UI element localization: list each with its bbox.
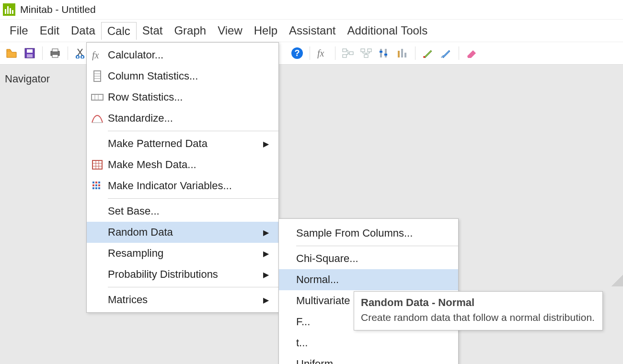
menu-separator: [108, 287, 278, 287]
brush2-icon[interactable]: [439, 46, 453, 60]
scroll-corner-icon: [611, 275, 623, 286]
svg-rect-4: [52, 49, 58, 52]
menuitem-row-statistics[interactable]: Row Statistics...: [87, 87, 278, 108]
submenu-arrow-icon: ▶: [259, 139, 269, 148]
menuitem-column-statistics[interactable]: Column Statistics...: [87, 66, 278, 87]
menuitem-standardize[interactable]: Standardize...: [87, 108, 278, 129]
svg-rect-1: [27, 49, 33, 53]
svg-rect-44: [98, 184, 100, 186]
help-icon[interactable]: ?: [290, 46, 304, 60]
svg-rect-12: [343, 55, 346, 57]
menu-view[interactable]: View: [212, 22, 248, 39]
menu-additional-tools[interactable]: Additional Tools: [341, 22, 433, 39]
menuitem-label: Resampling: [108, 247, 259, 260]
column-stats-icon: [87, 70, 108, 82]
tooltip-title: Random Data - Normal: [361, 296, 595, 309]
svg-rect-15: [368, 49, 371, 52]
navigator-panel: Navigator: [0, 63, 86, 85]
diagram1-icon[interactable]: [341, 46, 355, 60]
submenu-arrow-icon: ▶: [259, 249, 269, 258]
save-icon[interactable]: [23, 46, 36, 60]
submenu-arrow-icon: ▶: [259, 296, 269, 305]
menuitem-label: Column Statistics...: [108, 70, 269, 82]
menuitem-make-mesh-data[interactable]: Make Mesh Data...: [87, 154, 278, 175]
toolbar-separator: [68, 46, 68, 60]
menuitem-label: Standardize...: [108, 112, 269, 125]
svg-rect-39: [92, 182, 94, 183]
toolbar-separator: [459, 46, 459, 60]
window-title: Minitab - Untitled: [20, 4, 96, 15]
mesh-icon: [87, 159, 108, 170]
menuitem-probability-distributions[interactable]: Probability Distributions ▶: [87, 264, 278, 285]
svg-rect-20: [384, 54, 387, 56]
menu-stat[interactable]: Stat: [137, 22, 169, 39]
menu-separator: [108, 198, 278, 199]
menu-separator: [108, 131, 278, 131]
menuitem-label: Uniform...: [296, 358, 449, 364]
fx-icon: fx: [87, 50, 108, 60]
menu-separator: [296, 246, 458, 246]
menuitem-label: Random Data: [108, 226, 259, 239]
svg-point-7: [81, 56, 84, 58]
eraser-icon[interactable]: [465, 46, 478, 60]
menu-graph[interactable]: Graph: [168, 22, 212, 39]
menuitem-calculator[interactable]: fx Calculator...: [87, 45, 278, 66]
standardize-icon: [87, 113, 108, 124]
menuitem-random-data[interactable]: Random Data ▶: [87, 222, 278, 243]
menu-assistant[interactable]: Assistant: [283, 22, 341, 39]
submenuitem-normal[interactable]: Normal...: [279, 269, 458, 290]
diagram2-icon[interactable]: [359, 46, 373, 60]
fx-icon[interactable]: fx: [316, 46, 329, 60]
titlebar: Minitab - Untitled: [0, 0, 623, 19]
tooltip-body: Create random data that follow a normal …: [361, 312, 595, 323]
menu-file[interactable]: File: [4, 22, 34, 39]
menuitem-set-base[interactable]: Set Base...: [87, 201, 278, 222]
menuitem-label: Set Base...: [108, 205, 269, 217]
toolbar-separator: [335, 46, 335, 60]
print-icon[interactable]: [48, 46, 62, 60]
bars-icon[interactable]: [396, 46, 409, 60]
cut-icon[interactable]: [74, 46, 87, 60]
menu-calc[interactable]: Calc: [101, 22, 137, 40]
menu-data[interactable]: Data: [65, 22, 101, 39]
submenuitem-uniform[interactable]: Uniform...: [279, 353, 458, 364]
open-icon[interactable]: [5, 46, 18, 60]
brush1-icon[interactable]: [421, 46, 435, 60]
submenuitem-sample-from-columns[interactable]: Sample From Columns...: [279, 223, 458, 244]
svg-rect-30: [92, 94, 103, 100]
sliders-icon[interactable]: [378, 46, 391, 60]
svg-rect-11: [343, 49, 346, 52]
menuitem-matrices[interactable]: Matrices ▶: [87, 289, 278, 310]
menuitem-label: Chi-Square...: [296, 252, 449, 265]
menuitem-resampling[interactable]: Resampling ▶: [87, 243, 278, 264]
submenu-arrow-icon: ▶: [259, 228, 269, 237]
svg-text:fx: fx: [92, 50, 99, 60]
menuitem-label: Calculator...: [108, 49, 269, 61]
navigator-title: Navigator: [5, 73, 86, 85]
toolbar-separator: [42, 46, 43, 60]
svg-rect-41: [92, 184, 94, 186]
menuitem-label: Make Indicator Variables...: [108, 180, 269, 192]
row-stats-icon: [87, 93, 108, 101]
svg-rect-18: [380, 51, 382, 53]
menuitem-label: Row Statistics...: [108, 91, 269, 103]
menuitem-label: Probability Distributions: [108, 268, 259, 281]
menuitem-make-indicator-variables[interactable]: Make Indicator Variables...: [87, 175, 278, 196]
menu-edit[interactable]: Edit: [34, 22, 65, 39]
submenuitem-chi-square[interactable]: Chi-Square...: [279, 248, 458, 269]
menubar: File Edit Data Calc Stat Graph View Help…: [0, 19, 623, 42]
menuitem-make-patterned-data[interactable]: Make Patterned Data ▶: [87, 133, 278, 154]
svg-rect-34: [92, 160, 102, 169]
menuitem-label: Sample From Columns...: [296, 227, 449, 239]
submenuitem-t[interactable]: t...: [279, 332, 458, 353]
menu-help[interactable]: Help: [248, 22, 283, 39]
tooltip: Random Data - Normal Create random data …: [354, 291, 603, 330]
svg-rect-14: [361, 49, 365, 52]
menuitem-label: Normal...: [296, 273, 449, 286]
svg-rect-13: [349, 52, 353, 55]
svg-rect-43: [98, 182, 100, 183]
svg-rect-19: [385, 49, 387, 57]
svg-point-24: [423, 56, 425, 58]
svg-rect-45: [92, 187, 94, 189]
svg-rect-22: [401, 49, 403, 57]
